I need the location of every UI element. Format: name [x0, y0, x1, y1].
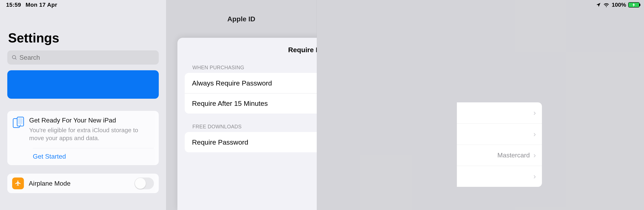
status-time: 15:59 — [6, 2, 21, 8]
detail-row-4[interactable]: › — [457, 166, 542, 187]
sidebar-selected-account[interactable] — [7, 70, 159, 99]
chevron-right-icon: › — [534, 172, 536, 181]
page-title: Settings — [8, 31, 166, 46]
svg-rect-4 — [18, 118, 23, 124]
detail-title: Apple ID — [166, 15, 316, 23]
svg-point-0 — [12, 55, 16, 59]
settings-sidebar: 15:59 Mon 17 Apr Settings Get Ready For … — [0, 0, 166, 210]
status-date: Mon 17 Apr — [26, 2, 57, 8]
status-bar-left: 15:59 Mon 17 Apr — [6, 2, 57, 8]
charging-bolt-icon — [632, 3, 635, 7]
search-input[interactable] — [7, 50, 159, 65]
detail-row-1[interactable]: › — [457, 102, 542, 124]
airplane-icon — [12, 177, 24, 189]
location-icon — [596, 2, 601, 8]
battery-percent: 100% — [612, 2, 626, 8]
chevron-right-icon: › — [534, 109, 536, 117]
option-always-label: Always Require Password — [192, 79, 272, 87]
chevron-right-icon: › — [534, 151, 536, 160]
status-bar-right: 100% — [596, 2, 640, 8]
payment-value: Mastercard — [498, 152, 530, 159]
search-input-field[interactable] — [20, 54, 155, 61]
sidebar-section-connectivity: Airplane Mode — [7, 174, 159, 193]
free-require-label: Require Password — [192, 138, 248, 146]
promo-card: Get Ready For Your New iPad You're eligi… — [7, 111, 159, 165]
detail-row-2[interactable]: › — [457, 124, 542, 145]
chevron-right-icon: › — [534, 130, 536, 139]
airplane-label: Airplane Mode — [29, 180, 130, 187]
ipad-transfer-icon — [12, 117, 25, 130]
promo-get-started-link[interactable]: Get Started — [33, 148, 154, 160]
battery-icon — [628, 2, 640, 8]
svg-point-5 — [20, 125, 21, 126]
detail-pane-right-continuation: 100% › › Mastercard › › — [317, 0, 644, 210]
promo-subtitle: You're eligible for extra iCloud storage… — [29, 126, 154, 142]
sidebar-item-airplane[interactable]: Airplane Mode — [7, 174, 159, 193]
airplane-toggle[interactable] — [134, 177, 154, 189]
detail-list-peek: › › Mastercard › › — [457, 102, 542, 187]
wifi-icon — [603, 2, 610, 8]
search-icon — [11, 54, 18, 61]
option-after15-label: Require After 15 Minutes — [192, 99, 268, 108]
promo-title: Get Ready For Your New iPad — [29, 117, 154, 124]
svg-line-1 — [15, 58, 16, 59]
detail-row-payment[interactable]: Mastercard › — [457, 145, 542, 166]
